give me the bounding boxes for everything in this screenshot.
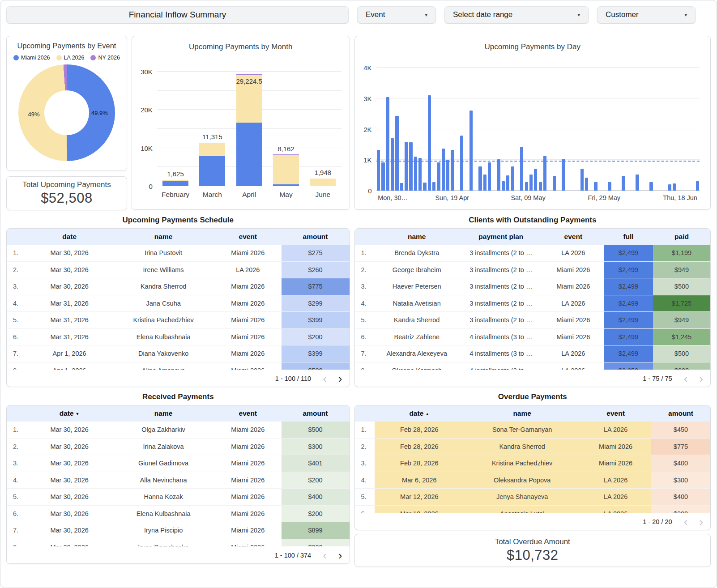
day-bar[interactable] bbox=[534, 169, 537, 191]
bar-segment-la-2026[interactable] bbox=[199, 143, 225, 155]
column-header-amount: amount bbox=[282, 233, 350, 241]
day-bar[interactable] bbox=[622, 176, 625, 191]
bar-segment-miami-2026[interactable] bbox=[236, 123, 262, 186]
day-slot bbox=[404, 68, 408, 191]
day-bar[interactable] bbox=[386, 97, 389, 191]
table-cell: Miami 2026 bbox=[214, 278, 282, 295]
day-bar[interactable] bbox=[391, 138, 394, 191]
day-bar[interactable] bbox=[553, 176, 556, 191]
filter-date-range[interactable]: Select date range ▾ bbox=[444, 6, 589, 23]
y-axis-tick: 30K bbox=[141, 68, 153, 76]
day-bar[interactable] bbox=[377, 150, 380, 191]
table-cell: Miami 2026 bbox=[543, 278, 604, 295]
stacked-bar[interactable] bbox=[310, 64, 336, 186]
table-row: 6.Mar 18, 2026Anastasia LutaiLA 2026$300 bbox=[355, 506, 710, 513]
day-bar[interactable] bbox=[409, 142, 412, 191]
day-bar[interactable] bbox=[414, 157, 417, 191]
day-bar[interactable] bbox=[585, 178, 588, 191]
day-bar[interactable] bbox=[649, 182, 653, 191]
chevron-right-icon[interactable]: › bbox=[699, 374, 703, 383]
filter-customer[interactable]: Customer ▾ bbox=[597, 6, 696, 23]
overdue-table: date▲nameeventamount1.Feb 28, 2026Sona T… bbox=[354, 405, 711, 530]
month-slot: 29,224.5April bbox=[231, 64, 268, 186]
table-cell: Oksana Kermosh bbox=[375, 362, 459, 370]
day-bar[interactable] bbox=[469, 111, 473, 191]
outstanding-table: namepayment planeventfullpaid1.Brenda Dy… bbox=[354, 228, 711, 387]
stacked-bar[interactable] bbox=[273, 64, 299, 186]
slice-data-label: 49.9% bbox=[91, 109, 108, 116]
table-cell: Mar 30, 2026 bbox=[26, 422, 112, 438]
chevron-left-icon[interactable]: ‹ bbox=[323, 551, 327, 560]
day-bar[interactable] bbox=[451, 150, 454, 191]
row-index: 8. bbox=[7, 539, 26, 547]
day-bar[interactable] bbox=[395, 116, 398, 191]
day-bar[interactable] bbox=[381, 162, 384, 191]
bar-segment-miami-2026[interactable] bbox=[199, 156, 225, 186]
day-bar[interactable] bbox=[442, 149, 445, 191]
bar-segment-la-2026[interactable] bbox=[310, 179, 336, 186]
day-bar[interactable] bbox=[446, 160, 449, 191]
chevron-right-icon[interactable]: › bbox=[338, 374, 342, 383]
bar-segment-miami-2026[interactable] bbox=[273, 184, 299, 186]
day-bar[interactable] bbox=[437, 162, 440, 191]
chevron-left-icon[interactable]: ‹ bbox=[684, 374, 688, 383]
y-axis-tick: 0 bbox=[368, 187, 371, 195]
day-slot bbox=[510, 68, 515, 191]
day-bar[interactable] bbox=[488, 162, 491, 191]
day-bar[interactable] bbox=[529, 175, 533, 191]
bar-total-label: 1,625 bbox=[167, 170, 184, 178]
day-bar[interactable] bbox=[506, 175, 509, 191]
chevron-right-icon[interactable]: › bbox=[699, 517, 703, 526]
day-bar[interactable] bbox=[418, 158, 422, 191]
slice-data-label: 49% bbox=[28, 111, 40, 117]
filter-date-range-label: Select date range bbox=[453, 10, 512, 19]
day-bar[interactable] bbox=[668, 184, 671, 191]
received-table: date▼nameeventamount1.Mar 30, 2026Olga Z… bbox=[6, 405, 350, 564]
day-bar[interactable] bbox=[460, 136, 463, 191]
day-bar[interactable] bbox=[594, 182, 597, 191]
column-header-date[interactable]: date▲ bbox=[375, 409, 465, 418]
stacked-bar[interactable] bbox=[199, 64, 225, 186]
day-bar[interactable] bbox=[405, 142, 408, 191]
chevron-left-icon[interactable]: ‹ bbox=[323, 374, 327, 383]
day-bar[interactable] bbox=[520, 147, 523, 191]
day-slot bbox=[469, 68, 473, 191]
day-slot bbox=[506, 68, 510, 191]
day-bar[interactable] bbox=[511, 166, 514, 191]
day-bar[interactable] bbox=[432, 182, 435, 191]
dashboard-canvas: Financial Inflow Summary Event ▾ Select … bbox=[0, 0, 717, 588]
chevron-right-icon[interactable]: › bbox=[338, 551, 342, 560]
column-header-name: name bbox=[375, 233, 459, 241]
day-bar[interactable] bbox=[483, 175, 487, 191]
day-bar[interactable] bbox=[525, 182, 528, 191]
day-slot bbox=[395, 68, 399, 191]
bar-segment-la-2026[interactable] bbox=[273, 155, 299, 184]
day-bar[interactable] bbox=[423, 183, 426, 191]
day-bar[interactable] bbox=[400, 183, 403, 191]
row-index: 2. bbox=[355, 262, 375, 278]
day-slot bbox=[552, 68, 556, 191]
day-bar[interactable] bbox=[428, 95, 431, 191]
bar-segment-miami-2026[interactable] bbox=[162, 181, 188, 186]
average-reference-line bbox=[376, 161, 700, 162]
day-bar[interactable] bbox=[696, 181, 699, 191]
table-cell: $260 bbox=[282, 262, 350, 278]
day-bar[interactable] bbox=[502, 181, 505, 191]
column-header-amount: amount bbox=[651, 409, 710, 418]
filter-event[interactable]: Event ▾ bbox=[357, 6, 436, 23]
y-axis-tick: 2K bbox=[363, 125, 371, 133]
column-header-date[interactable]: date▼ bbox=[26, 409, 112, 418]
stacked-bar[interactable] bbox=[162, 64, 188, 186]
day-bar[interactable] bbox=[478, 166, 482, 191]
legend-dot-icon bbox=[56, 55, 62, 60]
day-bar[interactable] bbox=[580, 169, 584, 191]
day-bar[interactable] bbox=[673, 183, 676, 191]
day-bar[interactable] bbox=[562, 159, 565, 191]
table-pagination: 1 - 100 / 110‹› bbox=[7, 370, 350, 387]
day-bar[interactable] bbox=[539, 182, 542, 191]
chevron-left-icon[interactable]: ‹ bbox=[684, 517, 688, 526]
day-bar[interactable] bbox=[636, 175, 639, 191]
section-title-overdue: Overdue Payments bbox=[354, 391, 711, 405]
day-bar[interactable] bbox=[497, 159, 500, 191]
day-bar[interactable] bbox=[608, 182, 611, 191]
